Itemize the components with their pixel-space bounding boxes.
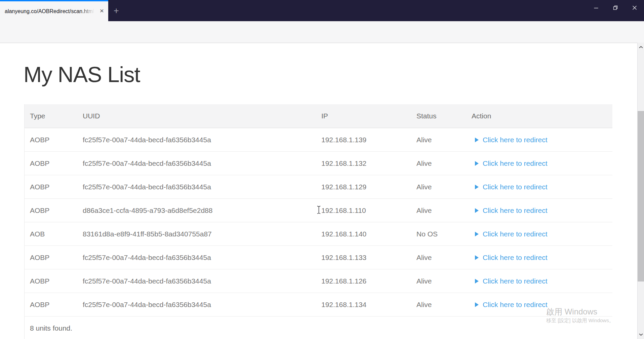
cell-type: AOBP — [25, 293, 77, 316]
cell-ip: 192.168.1.110 — [316, 199, 411, 222]
text-cursor-icon — [316, 205, 321, 215]
cell-action: Click here to redirect — [466, 152, 612, 175]
play-arrow-icon — [475, 279, 479, 284]
cell-uuid: fc25f57e-00a7-44da-becd-fa6356b3445a — [77, 246, 316, 269]
cell-action: Click here to redirect — [466, 246, 612, 269]
minimize-icon — [594, 6, 598, 10]
cell-type: AOBP — [25, 246, 77, 269]
cell-status: Alive — [411, 128, 466, 151]
cell-type: AOBP — [25, 175, 77, 198]
browser-tab[interactable]: alanyeung.co/AOBRedirect/scan.html × — [0, 0, 108, 21]
redirect-link[interactable]: Click here to redirect — [483, 206, 548, 215]
nas-table-body: AOBP fc25f57e-00a7-44da-becd-fa6356b3445… — [25, 128, 612, 316]
cell-status: Alive — [411, 246, 466, 269]
vertical-scrollbar[interactable] — [637, 43, 644, 339]
window-controls — [587, 0, 644, 15]
column-header-action: Action — [466, 104, 612, 128]
page-title: My NAS List — [24, 63, 140, 86]
cell-uuid: fc25f57e-00a7-44da-becd-fa6356b3445a — [77, 293, 316, 316]
column-header-type: Type — [25, 104, 77, 128]
cell-status: Alive — [411, 152, 466, 175]
cell-uuid: d86a3ce1-ccfa-4895-a793-a6d8ef5e2d88 — [77, 199, 316, 222]
scrollbar-thumb[interactable] — [638, 111, 644, 281]
play-arrow-icon — [475, 138, 479, 142]
cell-type: AOBP — [25, 269, 77, 293]
cell-action: Click here to redirect — [466, 222, 612, 246]
chevron-up-icon — [638, 45, 644, 49]
table-row: AOBP fc25f57e-00a7-44da-becd-fa6356b3445… — [25, 152, 612, 175]
scroll-down-button[interactable] — [638, 331, 644, 338]
table-row: AOBP fc25f57e-00a7-44da-becd-fa6356b3445… — [25, 293, 612, 316]
column-header-status: Status — [411, 104, 466, 128]
cell-type: AOBP — [25, 128, 77, 151]
cell-uuid: fc25f57e-00a7-44da-becd-fa6356b3445a — [77, 128, 316, 151]
tab-bar: alanyeung.co/AOBRedirect/scan.html × + — [0, 0, 644, 21]
cell-type: AOB — [25, 222, 77, 246]
table-row: AOBP fc25f57e-00a7-44da-becd-fa6356b3445… — [25, 175, 612, 199]
redirect-link[interactable]: Click here to redirect — [483, 136, 548, 144]
cell-uuid: fc25f57e-00a7-44da-becd-fa6356b3445a — [77, 152, 316, 175]
play-arrow-icon — [475, 208, 479, 213]
cell-status: Alive — [411, 293, 466, 316]
table-row: AOB 83161d8a-e8f9-41ff-85b5-8ad340755a87… — [25, 222, 612, 246]
cell-ip: 192.168.1.132 — [316, 152, 411, 175]
restore-button[interactable] — [606, 0, 625, 15]
redirect-link[interactable]: Click here to redirect — [483, 183, 548, 191]
browser-window: alanyeung.co/AOBRedirect/scan.html × + ← — [0, 0, 644, 339]
cell-ip: 192.168.1.133 — [316, 246, 411, 269]
cell-status: No OS — [411, 222, 466, 246]
cell-type: AOBP — [25, 152, 77, 175]
cell-action: Click here to redirect — [466, 269, 612, 293]
table-row: AOBP fc25f57e-00a7-44da-becd-fa6356b3445… — [25, 269, 612, 293]
column-header-uuid: UUID — [77, 104, 316, 128]
redirect-link[interactable]: Click here to redirect — [483, 230, 548, 238]
redirect-link[interactable]: Click here to redirect — [483, 254, 548, 262]
cell-type: AOBP — [25, 199, 77, 222]
nas-table: Type UUID IP Status Action AOBP fc25f57e… — [24, 104, 612, 339]
tab-title-fade — [81, 1, 97, 21]
scroll-up-button[interactable] — [638, 43, 644, 51]
cell-ip: 192.168.1.129 — [316, 175, 411, 198]
play-arrow-icon — [475, 161, 479, 166]
table-row: AOBP fc25f57e-00a7-44da-becd-fa6356b3445… — [25, 246, 612, 269]
table-footer: 8 units found. — [25, 316, 612, 339]
cell-status: Alive — [411, 269, 466, 293]
redirect-link[interactable]: Click here to redirect — [483, 277, 548, 285]
cell-action: Click here to redirect — [466, 175, 612, 198]
redirect-link[interactable]: Click here to redirect — [483, 159, 548, 167]
navigation-toolbar: ← → ⌂ ht — [0, 21, 644, 43]
restore-icon — [613, 5, 618, 10]
cell-status: Alive — [411, 199, 466, 222]
cell-ip: 192.168.1.134 — [316, 293, 411, 316]
table-row: AOBP fc25f57e-00a7-44da-becd-fa6356b3445… — [25, 128, 612, 152]
redirect-link[interactable]: Click here to redirect — [483, 301, 548, 309]
table-header-row: Type UUID IP Status Action — [25, 104, 612, 128]
tab-title: alanyeung.co/AOBRedirect/scan.html — [5, 1, 94, 21]
cell-status: Alive — [411, 175, 466, 198]
play-arrow-icon — [475, 302, 479, 307]
cell-action: Click here to redirect — [466, 293, 612, 316]
cell-action: Click here to redirect — [466, 199, 612, 222]
close-button[interactable] — [625, 0, 644, 15]
cell-ip: 192.168.1.140 — [316, 222, 411, 246]
new-tab-button[interactable]: + — [111, 5, 122, 16]
play-arrow-icon — [475, 255, 479, 260]
page-content: My NAS List Type UUID IP Status Action A… — [0, 43, 637, 339]
chevron-down-icon — [638, 333, 644, 336]
cell-action: Click here to redirect — [466, 128, 612, 151]
tab-close-icon[interactable]: × — [97, 6, 106, 15]
play-arrow-icon — [475, 185, 479, 189]
close-icon — [632, 5, 637, 10]
minimize-button[interactable] — [587, 0, 606, 15]
cell-ip: 192.168.1.126 — [316, 269, 411, 293]
cell-uuid: 83161d8a-e8f9-41ff-85b5-8ad340755a87 — [77, 222, 316, 246]
cell-uuid: fc25f57e-00a7-44da-becd-fa6356b3445a — [77, 175, 316, 198]
play-arrow-icon — [475, 232, 479, 236]
cell-ip: 192.168.1.139 — [316, 128, 411, 151]
column-header-ip: IP — [316, 104, 411, 128]
cell-uuid: fc25f57e-00a7-44da-becd-fa6356b3445a — [77, 269, 316, 293]
